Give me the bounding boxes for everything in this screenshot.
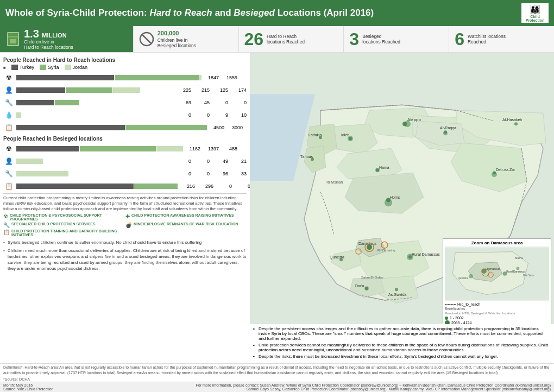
b-training-icon: 📋 (3, 181, 14, 192)
b-mines-icon: ☢ (3, 143, 14, 154)
zoom-map: Damascus Rural Damascus Mleiha Beit Saim… (445, 246, 549, 301)
svg-point-55 (469, 274, 473, 279)
svg-text:Rif Dimashq: Rif Dimashq (377, 249, 395, 252)
svg-point-32 (395, 288, 398, 291)
svg-text:Mleiha: Mleiha (515, 257, 523, 260)
left-bullet-2: Children need much more than occasional … (3, 248, 247, 271)
svg-text:Beit Saim: Beit Saim (523, 274, 534, 277)
pss-icon: 👤 (3, 85, 14, 96)
svg-text:Ar-Raqqa: Ar-Raqqa (440, 126, 456, 130)
htr-bar-3 (16, 100, 174, 105)
mine-risk-icon: 💣 (125, 222, 132, 228)
footer-org: Source: WoS Child Protection (3, 387, 53, 391)
svg-text:Deir-ez-Zor: Deir-ez-Zor (496, 168, 515, 172)
htr-bar-5 (16, 125, 207, 130)
right-bullet-2: • Child protection services cannot be me… (253, 343, 551, 352)
htr-values-2: 225215125174 (176, 87, 247, 93)
left-bullet-1: Syria's besieged children continue to su… (3, 240, 247, 246)
besieged-row-4: 📋 21629600 (3, 181, 247, 192)
b-specialized-icon: 🔧 (3, 168, 14, 179)
footer-contact: For more information, please contact: Su… (196, 383, 551, 387)
svg-point-56 (517, 267, 520, 270)
left-panel: People Reached in Hard to Reach location… (0, 53, 250, 363)
besieged-values-4: 21629600 (180, 184, 250, 189)
cp-pss-icon: ☢ (3, 213, 8, 219)
svg-point-44 (364, 286, 369, 290)
b-pss-icon: 👤 (3, 156, 14, 167)
svg-text:As-Sweida: As-Sweida (388, 293, 407, 296)
svg-text:Hama: Hama (379, 166, 389, 169)
svg-text:Dar'a: Dar'a (355, 284, 364, 288)
svg-point-41 (443, 131, 448, 135)
training-icon: 📋 (3, 122, 14, 133)
header: Whole of Syria-Child Protection: Hard to… (0, 0, 554, 26)
htr-values-3: 694500 (176, 100, 247, 105)
svg-rect-2 (10, 39, 16, 43)
svg-point-40 (385, 199, 392, 206)
htr-row-3: 🔧 694500 (3, 97, 247, 108)
cp-awareness-icon: ✚ (125, 213, 130, 219)
svg-point-42 (492, 172, 497, 177)
besieged-section-title: People Reached in Besieged locations (3, 136, 247, 142)
svg-point-38 (348, 136, 353, 141)
awareness-icon: 💧 (3, 110, 14, 121)
htr-values-1: 18471559482 (204, 75, 250, 80)
program-5: 📋 CHILD PROTECTION TRAINING AND CAPACITY… (3, 229, 124, 237)
left-bullets-section: Syria's besieged children continue to su… (0, 239, 250, 363)
stat-watchlist-reached: 6 Watchlist locationsReached (449, 26, 554, 52)
stat-besieged-children: 200,000 Children live inBesieged locatio… (134, 26, 239, 52)
definitions-text: Definitions*: Hard-to-Reach area:An area… (0, 363, 554, 377)
besieged-values-3: 009633 (176, 171, 247, 176)
besieged-row-1: ☢ 1162139748848 (3, 143, 247, 154)
besieged-values-2: 004921 (176, 159, 247, 164)
htr-values-4: 00910 (176, 112, 247, 118)
page-title: Whole of Syria-Child Protection: Hard to… (5, 8, 374, 18)
htr-row-1: ☢ 18471559482 (3, 72, 247, 83)
besieged-row-2: 👤 004921 (3, 156, 247, 167)
svg-point-18 (514, 122, 518, 125)
footer-month: Month: May 2016 (3, 383, 33, 387)
svg-text:Tartous: Tartous (300, 155, 313, 159)
htr-bar-1 (16, 75, 202, 80)
svg-text:Idleb: Idleb (341, 133, 349, 137)
svg-point-37 (404, 121, 411, 127)
svg-text:Damascus: Damascus (486, 268, 500, 271)
svg-text:Rural Damascus: Rural Damascus (412, 252, 440, 256)
htr-icon (5, 31, 21, 47)
stat-htr-reached: 26 Hard to Reachlocations Reached (239, 26, 344, 52)
svg-point-39 (375, 168, 380, 172)
svg-point-43 (407, 254, 413, 260)
htr-row-5: 📋 4500300000 (3, 122, 247, 133)
htr-bar-4 (16, 112, 174, 118)
note-box: Current child protection programming is … (3, 193, 247, 212)
chart-legend: ■ Turkey Syria Jordan (3, 65, 247, 70)
svg-text:Homs: Homs (390, 195, 400, 199)
htr-row-4: 💧 00910 (3, 110, 247, 121)
htr-values-5: 4500300000 (209, 125, 250, 130)
besieged-row-3: 🔧 009633 (3, 168, 247, 179)
footer-coordinators: Samuel Bayo Sesay, Gaziantep Child Prote… (246, 387, 551, 391)
svg-text:Al-Hasakeh: Al-Hasakeh (502, 118, 522, 122)
zoom-title: Zoom on Damascus area (445, 241, 549, 245)
right-panel: Aleppo Idleb Hama Homs Ar-Raqqa Deir-ez-… (250, 53, 554, 363)
legend-syria: Syria (40, 65, 59, 70)
definitions-section: Definitions*: Hard-to-Reach area:An area… (0, 363, 554, 392)
besieged-icon (139, 31, 154, 47)
htr-row-2: 👤 225215125174 (3, 85, 247, 96)
svg-text:Lattakia: Lattakia (309, 133, 322, 137)
stat-htr-children: 1.3 MILLION Children live inHard to Reac… (0, 26, 134, 52)
specialized-cp-icon: 🔧 (3, 222, 10, 228)
htr-section-title: People Reached in Hard to Reach location… (3, 57, 247, 63)
right-bullet-1: • Despite the persistent access challeng… (253, 326, 551, 341)
stats-bar: 1.3 MILLION Children live inHard to Reac… (0, 26, 554, 53)
mines-icon: ☢ (3, 72, 14, 83)
besieged-values-1: 1162139748848 (185, 146, 250, 151)
organization-logo: 👨‍👩‍👧 Child Protection (521, 3, 549, 23)
svg-text:Sahm El-Golan: Sahm El-Golan (361, 276, 383, 279)
program-4: 💣 MINE/EXPLOSIVE REMNANTS OF WAR RISK ED… (125, 222, 247, 228)
specialized-icon: 🔧 (3, 97, 14, 108)
svg-text:Rural Damascus: Rural Damascus (506, 270, 526, 273)
legend-turkey: Turkey (11, 65, 34, 70)
besieged-bar-2 (16, 159, 174, 164)
htr-bar-2 (16, 87, 174, 93)
